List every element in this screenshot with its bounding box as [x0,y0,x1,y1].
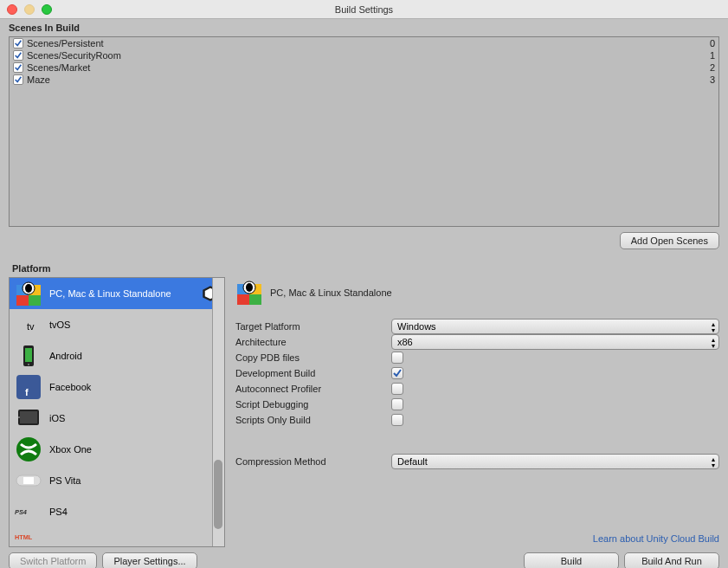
html5-icon: HTML [15,523,42,547]
platform-scrollbar[interactable] [212,278,224,546]
platform-item-pcmaclinux[interactable]: PC, Mac & Linux Standalone [10,278,224,309]
scene-name: Scenes/Market [27,62,710,73]
platform-item-android[interactable]: Android [10,340,224,371]
close-window-icon[interactable] [7,4,17,15]
svg-rect-23 [249,294,261,305]
svg-text:HTML: HTML [15,533,33,541]
svg-text:tv: tv [27,321,35,332]
dev-build-label: Development Build [235,368,391,378]
svg-point-11 [28,364,29,365]
platform-item-html5[interactable]: HTML [10,527,224,546]
scenes-in-build-header: Scenes In Build [0,19,728,36]
compression-select[interactable]: Default▴▾ [391,454,719,469]
copy-pdb-checkbox[interactable] [391,352,403,364]
maximize-window-icon[interactable] [42,4,52,15]
platform-item-facebook[interactable]: f Facebook [10,371,224,403]
scene-index: 2 [710,62,715,73]
xboxone-icon [15,436,42,463]
scene-checkbox[interactable] [13,62,23,73]
ios-icon [15,404,42,432]
build-button[interactable]: Build [524,552,619,568]
select-arrow-icon: ▴▾ [712,456,715,468]
title-bar: Build Settings [0,0,728,19]
scene-checkbox[interactable] [13,50,23,61]
scene-row[interactable]: Scenes/Persistent 0 [10,37,718,49]
scene-checkbox[interactable] [13,74,23,85]
script-debug-checkbox[interactable] [391,398,403,410]
architecture-select[interactable]: x86▴▾ [391,334,719,350]
svg-text:PS4: PS4 [15,508,27,516]
platform-item-label: PS4 [49,507,219,517]
dev-build-checkbox[interactable] [391,367,403,379]
minimize-window-icon[interactable] [24,4,35,15]
scene-index: 3 [710,74,715,85]
svg-rect-12 [16,375,41,399]
platform-item-psvita[interactable]: PS Vita [10,465,224,496]
svg-rect-0 [16,295,29,306]
scene-row[interactable]: Maze 3 [10,74,718,86]
platform-item-label: Android [49,351,219,361]
platform-item-label: PS Vita [49,475,219,486]
scene-row[interactable]: Scenes/SecurityRoom 1 [10,49,718,61]
learn-cloud-build-link[interactable]: Learn about Unity Cloud Build [593,533,719,544]
bottom-bar: Switch Platform Player Settings... Build… [0,547,728,568]
build-and-run-button[interactable]: Build And Run [624,552,719,568]
scripts-only-label: Scripts Only Build [235,415,391,425]
platform-item-tvos[interactable]: tv tvOS [10,309,224,340]
platform-header: Platform [0,260,728,277]
platform-item-xboxone[interactable]: Xbox One [10,434,224,465]
svg-point-17 [16,437,41,462]
compression-value: Default [397,456,428,467]
platform-item-label: PC, Mac & Linux Standalone [49,288,195,299]
scene-name: Scenes/Persistent [27,38,710,48]
switch-platform-button[interactable]: Switch Platform [9,552,97,568]
platform-item-label: Facebook [49,382,219,392]
platform-detail-title: PC, Mac & Linux Standalone [270,287,392,298]
select-arrow-icon: ▴▾ [712,337,715,349]
svg-rect-19 [23,477,34,484]
autoconnect-checkbox[interactable] [391,383,403,395]
facebook-icon: f [15,373,42,401]
target-platform-value: Windows [397,321,436,332]
select-arrow-icon: ▴▾ [712,321,715,333]
script-debug-label: Script Debugging [235,399,391,410]
scene-index: 0 [710,38,715,48]
platform-detail-icon [235,279,263,307]
svg-rect-1 [29,295,41,306]
target-platform-select[interactable]: Windows▴▾ [391,319,719,334]
svg-rect-22 [237,294,249,305]
scenes-list[interactable]: Scenes/Persistent 0 Scenes/SecurityRoom … [9,36,719,227]
window-controls [7,4,52,15]
scene-row[interactable]: Scenes/Market 2 [10,61,718,74]
platform-item-ios[interactable]: iOS [10,403,224,434]
ps4-icon: PS4 [15,498,42,526]
scene-index: 1 [710,50,715,61]
compression-label: Compression Method [235,456,391,467]
scene-name: Scenes/SecurityRoom [27,50,710,61]
autoconnect-label: Autoconnect Profiler [235,384,391,394]
platform-item-label: iOS [49,413,219,423]
architecture-value: x86 [397,337,413,347]
scene-checkbox[interactable] [13,38,23,48]
platform-list[interactable]: PC, Mac & Linux Standalone tv tvOS Andro… [9,277,225,547]
copy-pdb-label: Copy PDB files [235,352,391,363]
scene-name: Maze [27,74,710,85]
svg-point-27 [246,283,253,292]
add-open-scenes-button[interactable]: Add Open Scenes [620,232,719,249]
platform-item-label: Xbox One [49,444,219,455]
window-title: Build Settings [335,4,393,15]
psvita-icon [15,467,42,494]
player-settings-button[interactable]: Player Settings... [102,552,196,568]
platform-item-label: tvOS [49,320,219,330]
pcmaclinux-icon [15,280,42,307]
svg-point-5 [25,284,32,293]
platform-details: PC, Mac & Linux Standalone Target Platfo… [235,277,719,547]
svg-point-16 [18,416,20,418]
android-icon [15,342,42,370]
target-platform-label: Target Platform [235,321,391,332]
scripts-only-checkbox[interactable] [391,414,403,426]
platform-scrollbar-thumb[interactable] [214,460,222,529]
svg-rect-15 [20,411,37,423]
tvos-icon: tv [15,311,42,339]
architecture-label: Architecture [235,337,391,347]
